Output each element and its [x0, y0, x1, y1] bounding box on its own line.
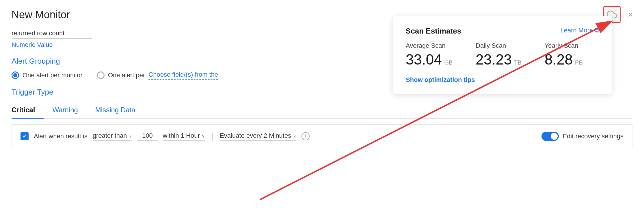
- radio-btn-monitor[interactable]: [12, 71, 19, 79]
- average-scan-number: 33.04: [406, 51, 442, 68]
- yearly-scan-label: Yearly Scan: [545, 42, 583, 49]
- radio-one-per[interactable]: One alert per Choose field/(s) from the: [97, 71, 218, 80]
- recovery-label: Edit recovery settings: [563, 133, 623, 140]
- average-scan-unit: GB: [444, 59, 453, 66]
- yearly-scan-number: 8.28: [545, 51, 573, 68]
- alert-text-label: Alert when result is: [34, 133, 88, 140]
- show-tips-link[interactable]: Show optimization tips: [406, 76, 599, 84]
- trigger-tabs: Critical Warning Missing Data: [12, 102, 632, 119]
- scan-popup-header: Scan Estimates Learn More ⧉: [406, 27, 599, 36]
- main-content: New Monitor × returned row count Numeric…: [0, 0, 644, 217]
- threshold-value[interactable]: 100: [137, 132, 158, 141]
- condition-value: greater than: [93, 132, 127, 139]
- evaluate-value: Evaluate every 2 Minutes: [220, 132, 291, 139]
- condition-chevron-icon: ∨: [129, 133, 132, 139]
- radio-btn-per[interactable]: [97, 71, 105, 79]
- pipe-separator: |: [211, 132, 213, 141]
- radio-per-label: One alert per: [108, 71, 145, 79]
- radio-one-per-monitor[interactable]: One alert per monitor: [12, 71, 83, 79]
- daily-scan-unit: TB: [514, 59, 522, 66]
- recovery-settings-area: Edit recovery settings: [541, 132, 623, 141]
- choose-field-dropdown[interactable]: Choose field/(s) from the: [148, 71, 218, 80]
- average-scan-metric: Average Scan 33.04 GB: [406, 42, 453, 68]
- numeric-value-label: Numeric Value: [12, 41, 53, 48]
- row-count-field: returned row count: [12, 30, 92, 39]
- info-icon[interactable]: i: [301, 132, 310, 140]
- scan-metrics: Average Scan 33.04 GB Daily Scan 23.23 T…: [406, 42, 599, 68]
- daily-scan-label: Daily Scan: [476, 42, 522, 49]
- time-window-chevron-icon: ∨: [202, 133, 205, 139]
- scan-estimates-popup: Scan Estimates Learn More ⧉ Average Scan…: [393, 16, 612, 94]
- radio-monitor-label: One alert per monitor: [23, 71, 83, 79]
- tab-critical[interactable]: Critical: [12, 102, 44, 118]
- average-scan-label: Average Scan: [406, 42, 453, 49]
- tab-missing-data[interactable]: Missing Data: [95, 102, 144, 118]
- evaluate-chevron-icon: ∨: [293, 133, 296, 139]
- evaluate-dropdown[interactable]: Evaluate every 2 Minutes ∨: [220, 132, 296, 141]
- recovery-toggle[interactable]: [541, 132, 559, 141]
- alert-checkbox[interactable]: [21, 132, 29, 140]
- condition-dropdown[interactable]: greater than ∨: [93, 132, 132, 141]
- learn-more-label: Learn More: [560, 27, 593, 34]
- alert-condition-row: Alert when result is greater than ∨ 100 …: [12, 124, 632, 148]
- learn-more-link[interactable]: Learn More ⧉: [560, 27, 599, 34]
- daily-scan-value: 23.23 TB: [476, 51, 522, 68]
- average-scan-value: 33.04 GB: [406, 51, 453, 68]
- daily-scan-number: 23.23: [476, 51, 512, 68]
- yearly-scan-unit: PB: [575, 59, 583, 66]
- time-window-value: within 1 Hour: [163, 132, 200, 139]
- scan-popup-title: Scan Estimates: [406, 27, 461, 36]
- yearly-scan-metric: Yearly Scan 8.28 PB: [545, 42, 583, 68]
- daily-scan-metric: Daily Scan 23.23 TB: [476, 42, 522, 68]
- yearly-scan-value: 8.28 PB: [545, 51, 583, 68]
- tab-warning[interactable]: Warning: [52, 102, 86, 118]
- external-link-icon: ⧉: [595, 27, 599, 34]
- time-window-dropdown[interactable]: within 1 Hour ∨: [163, 132, 205, 141]
- close-button[interactable]: ×: [625, 7, 635, 22]
